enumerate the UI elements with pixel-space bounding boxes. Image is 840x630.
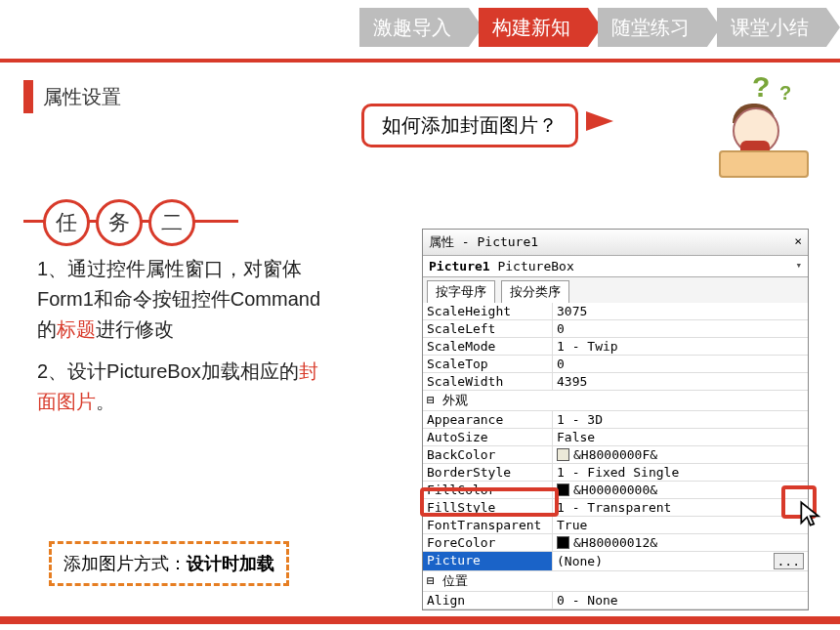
properties-title-text: 属性 - Picture1 bbox=[429, 233, 538, 251]
question-mark-icon: ? bbox=[752, 70, 770, 104]
nav-tab-2[interactable]: 构建新知 bbox=[479, 8, 588, 47]
note-value: 设计时加载 bbox=[187, 554, 274, 573]
properties-grid: ScaleHeight3075 ScaleLeft0 ScaleMode1 - … bbox=[423, 303, 808, 609]
object-selector[interactable]: Picture1 PictureBox ▾ bbox=[423, 256, 808, 277]
object-type: PictureBox bbox=[497, 259, 573, 273]
divider-top bbox=[0, 59, 840, 63]
nav-tab-1[interactable]: 激趣导入 bbox=[359, 8, 469, 47]
task-1-c: 进行修改 bbox=[96, 318, 174, 340]
properties-window: 属性 - Picture1 × Picture1 PictureBox ▾ 按字… bbox=[422, 229, 809, 610]
prop-row-picture[interactable]: Picture (None) ... bbox=[423, 552, 808, 571]
group-position[interactable]: ⊟ 位置 bbox=[423, 571, 808, 592]
prop-row-fonttransparent[interactable]: FontTransparentTrue bbox=[423, 517, 808, 534]
note-label: 添加图片方式： bbox=[63, 554, 187, 573]
prop-row-appearance[interactable]: Appearance1 - 3D bbox=[423, 411, 808, 429]
chevron-down-icon[interactable]: ▾ bbox=[795, 259, 802, 273]
prop-row-scaleleft[interactable]: ScaleLeft0 bbox=[423, 320, 808, 338]
thinking-boy-illustration: ? ? bbox=[713, 74, 820, 182]
cursor-icon bbox=[799, 500, 826, 531]
prop-row-backcolor[interactable]: BackColor&H8000000F& bbox=[423, 446, 808, 464]
prop-row-autosize[interactable]: AutoSizeFalse bbox=[423, 429, 808, 446]
object-name: Picture1 bbox=[429, 259, 490, 273]
tab-alphabetic[interactable]: 按字母序 bbox=[427, 280, 495, 303]
prop-row-borderstyle[interactable]: BorderStyle1 - Fixed Single bbox=[423, 464, 808, 482]
prop-row-scaletop[interactable]: ScaleTop0 bbox=[423, 356, 808, 373]
nav-tab-4[interactable]: 课堂小结 bbox=[717, 8, 826, 47]
color-swatch-icon bbox=[557, 536, 569, 549]
task-char-2: 务 bbox=[96, 199, 143, 246]
properties-titlebar: 属性 - Picture1 × bbox=[423, 230, 808, 256]
color-swatch-icon bbox=[557, 448, 569, 461]
prop-row-align[interactable]: Align0 - None bbox=[423, 592, 808, 609]
note-box: 添加图片方式：设计时加载 bbox=[49, 541, 289, 586]
task-char-1: 任 bbox=[43, 199, 90, 246]
ellipsis-button[interactable]: ... bbox=[774, 553, 804, 569]
prop-row-scalemode[interactable]: ScaleMode1 - Twip bbox=[423, 338, 808, 356]
close-icon[interactable]: × bbox=[794, 233, 802, 251]
question-mark-icon: ? bbox=[779, 82, 791, 105]
group-appearance[interactable]: ⊟ 外观 bbox=[423, 391, 808, 411]
highlight-picture-key bbox=[420, 487, 559, 517]
prop-row-forecolor[interactable]: ForeColor&H80000012& bbox=[423, 534, 808, 552]
task-2-c: 。 bbox=[96, 391, 115, 412]
prop-row-scaleheight[interactable]: ScaleHeight3075 bbox=[423, 303, 808, 320]
sort-tabs: 按字母序 按分类序 bbox=[423, 277, 808, 303]
section-title-text: 属性设置 bbox=[43, 84, 121, 110]
task-description: 1、通过控件属性窗口，对窗体Form1和命令按钮控件Command的标题进行修改… bbox=[37, 254, 330, 417]
callout-tail bbox=[586, 111, 613, 131]
callout-bubble: 如何添加封面图片？ bbox=[361, 104, 578, 147]
task-2-a: 2、设计PictureBox加载相应的 bbox=[37, 360, 299, 382]
prop-row-scalewidth[interactable]: ScaleWidth4395 bbox=[423, 373, 808, 391]
tab-categorized[interactable]: 按分类序 bbox=[501, 280, 569, 303]
task-1-highlight: 标题 bbox=[57, 318, 96, 340]
top-nav: 激趣导入 构建新知 随堂练习 课堂小结 bbox=[0, 0, 840, 55]
divider-bottom bbox=[0, 616, 840, 624]
task-char-3: 二 bbox=[148, 199, 195, 246]
nav-tab-3[interactable]: 随堂练习 bbox=[598, 8, 707, 47]
accent-bar bbox=[23, 80, 33, 113]
task-badge: 任 务 二 bbox=[43, 199, 195, 246]
picture-value: (None) bbox=[557, 554, 603, 568]
